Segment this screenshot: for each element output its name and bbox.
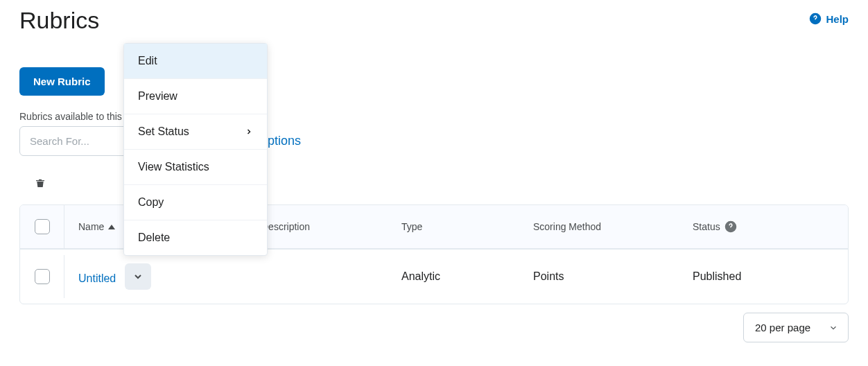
row-status: Published bbox=[679, 256, 848, 297]
new-rubric-button[interactable]: New Rubric bbox=[19, 67, 105, 96]
row-actions-menu: Edit Preview Set Status View Statistics … bbox=[123, 43, 268, 256]
help-link[interactable]: Help bbox=[809, 12, 849, 25]
menu-item-label: Preview bbox=[138, 90, 177, 103]
column-header-scoring-method[interactable]: Scoring Method bbox=[519, 207, 679, 246]
row-type: Analytic bbox=[388, 256, 519, 297]
menu-item-label: Delete bbox=[138, 232, 170, 244]
chevron-down-icon bbox=[132, 271, 144, 282]
column-header-status-label: Status bbox=[693, 221, 720, 232]
menu-item-label: Copy bbox=[138, 196, 164, 209]
trash-icon[interactable] bbox=[35, 177, 46, 189]
status-help-icon[interactable] bbox=[724, 220, 737, 233]
table-row: Untitled Analytic Points Published bbox=[20, 249, 848, 304]
menu-item-preview[interactable]: Preview bbox=[124, 79, 267, 114]
menu-item-label: Edit bbox=[138, 55, 157, 67]
menu-item-delete[interactable]: Delete bbox=[124, 220, 267, 255]
sort-asc-icon bbox=[108, 225, 115, 229]
select-all-checkbox[interactable] bbox=[35, 219, 50, 234]
chevron-down-icon bbox=[828, 323, 838, 333]
svg-point-1 bbox=[815, 21, 817, 22]
menu-item-label: Set Status bbox=[138, 125, 189, 138]
svg-point-5 bbox=[730, 229, 731, 230]
column-header-description-label: Description bbox=[261, 221, 310, 232]
help-icon bbox=[809, 12, 822, 25]
rubric-name-link[interactable]: Untitled bbox=[78, 272, 116, 284]
menu-item-view-statistics[interactable]: View Statistics bbox=[124, 150, 267, 185]
column-header-type[interactable]: Type bbox=[388, 207, 519, 246]
menu-item-copy[interactable]: Copy bbox=[124, 185, 267, 220]
column-header-description[interactable]: Description bbox=[248, 207, 388, 246]
menu-item-label: View Statistics bbox=[138, 161, 209, 173]
column-header-type-label: Type bbox=[401, 221, 422, 232]
menu-item-set-status[interactable]: Set Status bbox=[124, 114, 267, 150]
help-label: Help bbox=[826, 13, 849, 25]
column-header-name-label: Name bbox=[78, 221, 104, 232]
chevron-right-icon bbox=[245, 128, 253, 136]
row-actions-dropdown-toggle[interactable] bbox=[125, 263, 151, 290]
column-header-scoring-method-label: Scoring Method bbox=[533, 221, 601, 232]
per-page-label: 20 per page bbox=[755, 322, 810, 333]
row-checkbox[interactable] bbox=[35, 269, 50, 284]
row-description bbox=[248, 263, 388, 290]
menu-item-edit[interactable]: Edit bbox=[124, 44, 267, 79]
row-scoring-method: Points bbox=[519, 256, 679, 297]
column-header-status[interactable]: Status bbox=[679, 207, 848, 247]
page-title: Rubrics bbox=[19, 7, 99, 34]
per-page-select[interactable]: 20 per page bbox=[743, 313, 849, 342]
